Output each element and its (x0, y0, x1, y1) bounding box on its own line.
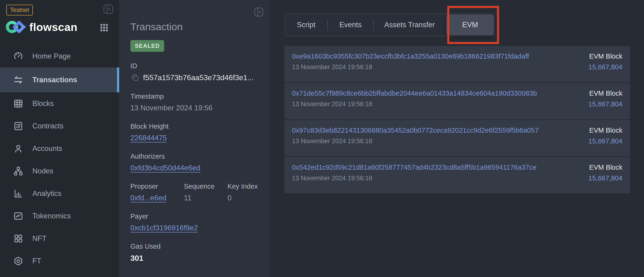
sidebar-item-label: Analytics (32, 189, 62, 198)
evm-block-label: EVM Block (588, 126, 622, 135)
sidebar-item-accounts[interactable]: Accounts (0, 137, 119, 160)
bar-chart-icon (13, 188, 24, 199)
brand-name: flowscan (29, 21, 78, 33)
proposer-label: Proposer (130, 183, 184, 190)
network-badge: Testnet (6, 5, 33, 15)
payer-label: Payer (130, 213, 258, 220)
tab-evm[interactable]: EVM (446, 14, 494, 35)
evm-transaction-row[interactable]: 0xe9a1603bc9355fc307b23eccfb3bfc1a3255a0… (284, 46, 630, 83)
authorizer-address-link[interactable]: 0xfd3b4cd50d44e6ed (130, 164, 200, 172)
evm-block-label: EVM Block (588, 52, 622, 60)
evm-tx-timestamp: 13 November 2024 19:56:18 (292, 174, 622, 182)
sidebar-collapse-button[interactable] (102, 3, 114, 15)
evm-transaction-row[interactable]: 0x71de55c7f989c8ce6bb2bffabdbe2044ee6a01… (284, 83, 630, 120)
evm-block-number-link[interactable]: 15,667,804 (588, 63, 622, 71)
sidebar: Testnet (0, 0, 119, 277)
key-index-label: Key Index (228, 183, 258, 190)
sidebar-item-tokenomics[interactable]: Tokenomics (0, 205, 119, 227)
sidebar-item-ft[interactable]: FT (0, 250, 119, 272)
tab-bar: Script Events Assets Transfer EVM (284, 13, 495, 36)
tab-script[interactable]: Script (285, 13, 328, 36)
evm-transaction-row[interactable]: 0x97c83d3eb8221431306880a35452a0b0772cec… (284, 120, 630, 157)
evm-block-label: EVM Block (588, 163, 622, 172)
gas-used-label: Gas Used (130, 243, 258, 250)
sidebar-item-label: Tokenomics (32, 212, 71, 220)
proposer-group: Proposer 0xfd...e6ed Sequence 11 Key Ind… (130, 183, 258, 202)
page-title: Transaction (130, 0, 258, 32)
evm-tx-timestamp: 13 November 2024 19:56:18 (292, 100, 622, 108)
id-label: ID (130, 62, 258, 70)
payer-address-link[interactable]: 0xcb1cf3196916f9e2 (130, 224, 198, 232)
block-height-link[interactable]: 226844475 (130, 134, 167, 142)
copy-icon[interactable] (130, 73, 140, 82)
authorizers-label: Authorizers (130, 153, 258, 160)
sidebar-item-nft[interactable]: NFT (0, 227, 119, 250)
sequence-value: 11 (184, 194, 228, 202)
main-content: Script Events Assets Transfer EVM 0xe9a1… (269, 0, 644, 277)
table-grid-icon (13, 98, 24, 109)
person-icon (13, 143, 24, 154)
field-id: ID f557a1573b76aa53e73d46f3e1... (130, 62, 258, 82)
field-gas-used: Gas Used 301 (130, 243, 258, 263)
sidebar-item-home-page[interactable]: Home Page (0, 45, 119, 67)
sidebar-item-label: Accounts (32, 144, 62, 153)
field-timestamp: Timestamp 13 November 2024 19:56 (130, 93, 258, 112)
field-payer: Payer 0xcb1cf3196916f9e2 (130, 213, 258, 232)
tab-events[interactable]: Events (328, 13, 373, 36)
sidebar-item-label: Transactions (32, 76, 77, 84)
evm-block-number-link[interactable]: 15,667,804 (588, 174, 622, 182)
sidebar-item-contracts[interactable]: Contracts (0, 115, 119, 137)
evm-transaction-list: 0xe9a1603bc9355fc307b23eccfb3bfc1a3255a0… (284, 46, 630, 194)
proposer-address-link[interactable]: 0xfd...e6ed (130, 194, 166, 202)
line-chart-icon (13, 211, 24, 221)
evm-transaction-row[interactable]: 0x542ed1c92d59c21d81a60f258777457ad4b232… (284, 157, 630, 194)
evm-tx-timestamp: 13 November 2024 19:56:18 (292, 63, 622, 71)
sidebar-item-transactions[interactable]: Transactions (0, 67, 119, 92)
sidebar-item-label: Blocks (32, 99, 54, 108)
app-root: Testnet (0, 0, 644, 277)
sequence-label: Sequence (184, 183, 228, 190)
timestamp-value: 13 November 2024 19:56 (130, 104, 258, 112)
flowscan-logo-icon (6, 20, 26, 34)
timestamp-label: Timestamp (130, 93, 258, 100)
field-authorizers: Authorizers 0xfd3b4cd50d44e6ed (130, 153, 258, 172)
four-squares-icon (13, 233, 24, 244)
sidebar-item-label: Nodes (32, 167, 54, 175)
transaction-detail-panel: Transaction SEALED ID f557a1573b76aa53e7… (119, 0, 269, 277)
sidebar-item-nodes[interactable]: Nodes (0, 160, 119, 182)
evm-tx-timestamp: 13 November 2024 19:56:18 (292, 137, 622, 145)
block-height-label: Block Height (130, 123, 258, 130)
tab-assets-transfer[interactable]: Assets Transfer (374, 13, 446, 36)
evm-block-label: EVM Block (588, 89, 622, 97)
evm-tx-hash-link[interactable]: 0xe9a1603bc9355fc307b23eccfb3bfc1a3255a0… (292, 52, 529, 60)
evm-block-number-link[interactable]: 15,667,804 (588, 100, 622, 108)
document-list-icon (13, 121, 24, 131)
sidebar-menu: Home Page Transactions (0, 45, 119, 272)
status-badge: SEALED (130, 40, 164, 52)
collapse-panel-icon (253, 6, 264, 17)
sidebar-item-analytics[interactable]: Analytics (0, 182, 119, 205)
transaction-id-value: f557a1573b76aa53e73d46f3e1... (143, 73, 254, 82)
panel-collapse-button[interactable] (253, 6, 264, 17)
hierarchy-icon (13, 166, 24, 176)
gas-used-value: 301 (130, 254, 258, 263)
sidebar-item-label: FT (32, 257, 41, 265)
evm-tx-hash-link[interactable]: 0x542ed1c92d59c21d81a60f258777457ad4b232… (292, 164, 536, 171)
brand[interactable]: flowscan (6, 19, 78, 35)
transfer-arrows-icon (13, 75, 24, 85)
gauge-icon (13, 51, 24, 61)
sidebar-item-label: Contracts (32, 122, 64, 130)
apps-grid-icon[interactable] (100, 23, 109, 32)
sidebar-item-blocks[interactable]: Blocks (0, 92, 119, 115)
field-block-height: Block Height 226844475 (130, 123, 258, 142)
key-index-value: 0 (228, 194, 258, 202)
sidebar-item-label: NFT (32, 234, 46, 243)
evm-block-number-link[interactable]: 15,667,804 (588, 137, 622, 145)
sidebar-item-label: Home Page (32, 52, 71, 60)
cube-icon (13, 256, 24, 266)
collapse-panel-icon (102, 3, 114, 15)
evm-tx-hash-link[interactable]: 0x97c83d3eb8221431306880a35452a0b0772cec… (292, 127, 539, 134)
evm-tx-hash-link[interactable]: 0x71de55c7f989c8ce6bb2bffabdbe2044ee6a01… (292, 89, 537, 97)
